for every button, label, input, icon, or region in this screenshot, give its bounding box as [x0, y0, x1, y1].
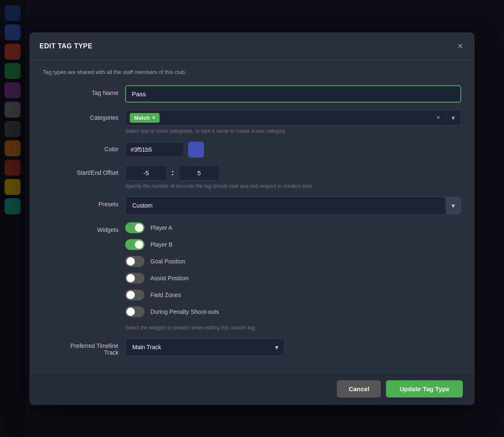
widget-player-a-toggle[interactable] — [125, 222, 144, 233]
toggle-slider-field-zones — [125, 290, 144, 300]
presets-label: Presets — [43, 197, 118, 208]
presets-dropdown-arrow[interactable]: ▾ — [446, 197, 461, 214]
widgets-section: Player A Player B — [125, 222, 461, 331]
widget-penalty-label: During Penalty Shoot-outs — [150, 308, 219, 315]
widgets-control: Player A Player B — [125, 222, 461, 331]
widget-player-a-row: Player A — [125, 222, 461, 233]
widget-goal-position-label: Goal Position — [150, 258, 185, 265]
widget-field-zones-label: Field Zones — [150, 292, 181, 298]
categories-hint: Select one or more categories, or type a… — [125, 128, 461, 134]
categories-label: Categories — [43, 110, 118, 121]
widget-penalty-toggle[interactable] — [125, 306, 144, 317]
modal-overlay: EDIT TAG TYPE × Tag types are shared wit… — [0, 0, 504, 437]
modal-body: Tag types are shared with all the staff … — [29, 61, 475, 372]
category-chip-match: Match × — [130, 113, 160, 123]
timeline-label-text: Preferred TimelineTrack — [71, 342, 118, 356]
category-chip-remove[interactable]: × — [152, 115, 155, 121]
categories-divider — [446, 113, 446, 122]
widget-penalty-row: During Penalty Shoot-outs — [125, 306, 461, 317]
timeline-track-dropdown[interactable]: Main Track ▾ — [125, 338, 285, 356]
category-chip-label: Match — [134, 115, 150, 121]
widget-player-a-label: Player A — [150, 224, 172, 231]
timeline-track-value: Main Track — [126, 339, 269, 355]
widgets-label: Widgets — [43, 222, 118, 233]
modal-footer: Cancel Update Tag Type — [29, 372, 475, 405]
color-hex-input[interactable] — [125, 142, 184, 157]
widget-player-b-label: Player B — [150, 241, 173, 248]
toggle-slider-player-a — [125, 222, 144, 233]
color-picker-row — [125, 142, 461, 158]
widget-goal-position-toggle[interactable] — [125, 256, 144, 267]
categories-row: Categories Match × × ▾ Select one or mor… — [43, 110, 461, 134]
modal-header: EDIT TAG TYPE × — [29, 32, 475, 61]
close-button[interactable]: × — [456, 40, 465, 53]
offset-control: : Specify the number of seconds the tag … — [125, 165, 461, 189]
cancel-button[interactable]: Cancel — [337, 380, 381, 398]
offset-inputs-row: : — [125, 165, 461, 181]
edit-tag-type-modal: EDIT TAG TYPE × Tag types are shared wit… — [29, 32, 475, 405]
toggle-slider-player-b — [125, 239, 144, 250]
color-control — [125, 142, 461, 158]
presets-dropdown[interactable]: Custom ▾ — [125, 197, 461, 215]
modal-subtitle: Tag types are shared with all the staff … — [43, 69, 461, 75]
tag-name-label: Tag Name — [43, 85, 118, 96]
widget-goal-position-row: Goal Position — [125, 256, 461, 267]
color-label: Color — [43, 142, 118, 153]
color-row: Color — [43, 142, 461, 158]
widget-player-b-row: Player B — [125, 239, 461, 250]
offset-colon: : — [171, 168, 174, 177]
widget-player-b-toggle[interactable] — [125, 239, 144, 250]
timeline-control: Main Track ▾ — [125, 338, 461, 356]
modal-title: EDIT TAG TYPE — [39, 42, 92, 50]
offset-hint: Specify the number of seconds the tag sh… — [125, 183, 461, 189]
categories-wrapper[interactable]: Match × × ▾ — [125, 110, 461, 126]
timeline-label: Preferred TimelineTrack — [43, 338, 118, 356]
offset-start-input[interactable] — [125, 165, 167, 181]
timeline-track-arrow[interactable]: ▾ — [269, 339, 284, 356]
widgets-hint: Select the widgets to present when editi… — [125, 325, 461, 331]
categories-control: Match × × ▾ Select one or more categorie… — [125, 110, 461, 134]
toggle-slider-goal-position — [125, 256, 144, 267]
categories-dropdown-arrow[interactable]: ▾ — [450, 114, 457, 122]
tag-name-control — [125, 85, 461, 103]
color-swatch[interactable] — [188, 142, 204, 158]
offset-end-input[interactable] — [178, 165, 220, 181]
presets-control: Custom ▾ — [125, 197, 461, 215]
timeline-row: Preferred TimelineTrack Main Track ▾ — [43, 338, 461, 356]
tag-name-input[interactable] — [125, 85, 461, 103]
widgets-row: Widgets Player A — [43, 222, 461, 331]
offset-row: Start/End Offset : Specify the number of… — [43, 165, 461, 189]
widget-assist-position-label: Assist Position — [150, 275, 189, 282]
widget-field-zones-row: Field Zones — [125, 290, 461, 300]
offset-label: Start/End Offset — [43, 165, 118, 176]
presets-row: Presets Custom ▾ — [43, 197, 461, 215]
tag-name-row: Tag Name — [43, 85, 461, 103]
widget-field-zones-toggle[interactable] — [125, 290, 144, 300]
categories-clear-button[interactable]: × — [434, 114, 443, 121]
widget-assist-position-row: Assist Position — [125, 273, 461, 284]
presets-value: Custom — [126, 197, 446, 213]
toggle-slider-penalty — [125, 306, 144, 317]
widget-assist-position-toggle[interactable] — [125, 273, 144, 284]
update-tag-type-button[interactable]: Update Tag Type — [386, 380, 463, 398]
toggle-slider-assist-position — [125, 273, 144, 284]
